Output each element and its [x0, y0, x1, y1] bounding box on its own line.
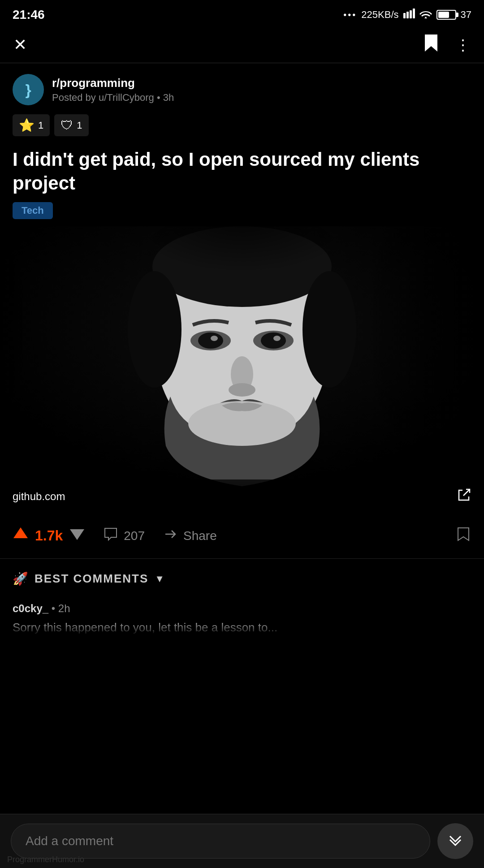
close-button[interactable]: ✕ [13, 35, 27, 54]
top-nav: ✕ ⋮ [0, 27, 484, 63]
awards-row: ⭐ 1 🛡 1 [13, 114, 471, 136]
signal-icon [403, 9, 415, 21]
best-comments-bar[interactable]: 🚀 BEST COMMENTS ▼ [0, 559, 484, 595]
sort-dropdown-arrow[interactable]: ▼ [155, 573, 164, 585]
save-button[interactable] [455, 526, 471, 546]
comments-button[interactable]: 207 [103, 527, 145, 545]
battery-icon [436, 10, 456, 20]
vote-section: 1.7k [13, 526, 85, 546]
share-label: Share [183, 529, 217, 543]
award-count-1: 1 [38, 120, 43, 131]
status-right: ••• 225KB/s 37 [343, 9, 471, 21]
award-badge-2: 🛡 1 [54, 114, 88, 136]
comment-icon [103, 527, 118, 545]
comment-text: Sorry this happened to you, let this be … [13, 619, 471, 635]
post-image-bg [0, 226, 484, 513]
face-svg [0, 226, 484, 513]
share-icon [163, 527, 178, 545]
award-badge-1: ⭐ 1 [13, 114, 50, 136]
wifi-icon [419, 9, 432, 21]
nav-actions: ⋮ [423, 34, 471, 56]
post-meta: r/programming Posted by u/TrillCyborg • … [52, 76, 174, 104]
post-title: I didn't get paid, so I open sourced my … [0, 143, 484, 202]
best-comments-label: BEST COMMENTS [35, 572, 148, 586]
comment-header: c0cky_ • 2h [13, 602, 471, 615]
upvote-button[interactable] [13, 526, 29, 546]
subreddit-name[interactable]: r/programming [52, 76, 174, 90]
vote-count: 1.7k [35, 527, 63, 544]
svg-point-16 [273, 336, 281, 341]
comment-count: 207 [124, 529, 145, 543]
award-star-icon: ⭐ [19, 118, 35, 133]
subreddit-avatar[interactable]: } [13, 74, 44, 105]
svg-rect-1 [406, 12, 409, 18]
more-options-icon[interactable]: ⋮ [455, 36, 471, 54]
scroll-down-button[interactable] [437, 823, 473, 859]
external-link-icon[interactable] [457, 488, 471, 505]
post-time-separator: • [157, 92, 163, 103]
comment-input[interactable] [11, 824, 430, 859]
post-flair[interactable]: Tech [13, 202, 53, 219]
bookmark-icon[interactable] [423, 34, 439, 56]
svg-rect-3 [413, 9, 415, 18]
award-shield-icon: 🛡 [60, 118, 73, 133]
svg-point-14 [261, 333, 286, 349]
status-time: 21:46 [13, 8, 45, 22]
award-count-2: 1 [77, 120, 82, 131]
svg-point-15 [211, 336, 218, 341]
posted-by-label: Posted by [52, 92, 96, 103]
author-name[interactable]: u/TrillCyborg [99, 92, 154, 103]
network-dots: ••• [343, 10, 357, 20]
subreddit-icon-char: } [25, 81, 31, 99]
comment-username[interactable]: c0cky_ [13, 602, 48, 614]
svg-point-18 [229, 383, 255, 397]
chevron-down-icon [448, 833, 462, 850]
svg-rect-22 [0, 226, 121, 513]
status-bar: 21:46 ••• 225KB/s 37 [0, 0, 484, 27]
post-header: } r/programming Posted by u/TrillCyborg … [0, 63, 484, 111]
svg-rect-0 [403, 13, 406, 18]
image-link-text: github.com [13, 490, 65, 503]
image-link-bar: github.com [0, 479, 484, 513]
post-time: 3h [163, 92, 174, 103]
comments-list: c0cky_ • 2h Sorry this happened to you, … [0, 595, 484, 635]
downvote-button[interactable] [69, 526, 85, 546]
network-speed: 225KB/s [361, 9, 398, 21]
post-image[interactable]: github.com [0, 226, 484, 513]
action-bar: 1.7k 207 Share [0, 513, 484, 559]
svg-rect-2 [410, 10, 412, 18]
post-author-time: Posted by u/TrillCyborg • 3h [52, 92, 174, 104]
svg-rect-23 [363, 226, 484, 513]
share-button[interactable]: Share [163, 527, 217, 545]
watermark: ProgrammerHumor.io [7, 855, 84, 864]
comment-time: • 2h [52, 602, 70, 614]
tag-row: Tech [0, 202, 484, 226]
rocket-icon: 🚀 [13, 571, 28, 586]
svg-point-13 [198, 333, 223, 349]
battery-level: 37 [461, 9, 471, 21]
